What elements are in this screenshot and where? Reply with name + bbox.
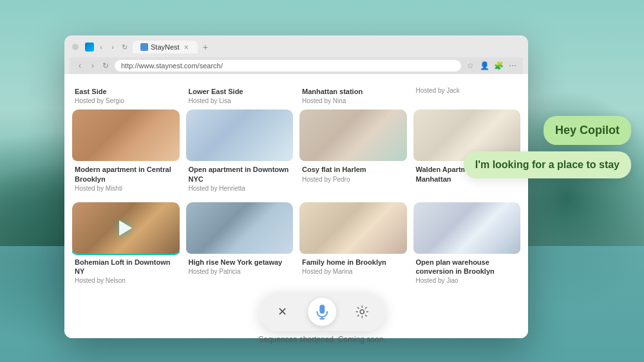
property-card-5[interactable]: Bohemian Loft in Downtown NY Hosted by N… [72, 202, 180, 289]
property-name-3: Cosy flat in Harlem [299, 165, 407, 174]
tab-title: StayNest [151, 43, 180, 51]
browser-titlebar: ‹ › ↻ StayNest ✕ + [70, 39, 523, 55]
property-name-6: High rise New York getaway [186, 258, 294, 267]
copilot-response-bubble: I'm looking for a place to stay [464, 151, 631, 178]
property-card-3[interactable]: Cosy flat in Harlem Hosted by Pedro [299, 110, 407, 196]
extensions-icon[interactable]: 🧩 [493, 61, 504, 71]
top-property-3: Manhattan station Hosted by Nina [299, 81, 407, 107]
toolbar-status-text: Sequences shortened. Coming soon. [258, 335, 385, 344]
property-host-7: Hosted by Marina [299, 268, 407, 279]
settings-button[interactable] [352, 301, 372, 322]
top-property-2: Lower East Side Hosted by Lisa [186, 81, 294, 107]
url-bar[interactable]: http://www.staynest.com/search/ [115, 60, 461, 71]
property-host-1: Hosted by Mishti [72, 185, 180, 196]
addressbar-refresh-btn[interactable]: ↻ [100, 61, 111, 71]
bottom-property-row: Bohemian Loft in Downtown NY Hosted by N… [72, 202, 520, 289]
tab-close-icon[interactable]: ✕ [182, 43, 190, 51]
property-host: Hosted by Lisa [189, 97, 291, 104]
property-name-5: Bohemian Loft in Downtown NY [72, 258, 180, 276]
property-name-2: Open apartment in Downtown NYC [186, 165, 294, 184]
property-image-2 [186, 110, 294, 161]
property-host-2: Hosted by Henrietta [186, 185, 294, 196]
nav-refresh-icon[interactable]: ↻ [120, 43, 129, 52]
property-name-1: Modern apartment in Central Brooklyn [72, 165, 180, 184]
svg-point-3 [360, 310, 364, 314]
property-card-6[interactable]: High rise New York getaway Hosted by Pat… [186, 202, 294, 289]
browser-nav-icons: ‹ › ↻ [85, 43, 129, 52]
nav-forward-icon[interactable]: › [108, 43, 117, 52]
property-name: Manhattan station [302, 87, 404, 96]
property-image-7 [299, 202, 407, 254]
property-image-5 [72, 202, 180, 254]
property-host-4 [413, 185, 521, 189]
property-host: Hosted by Sergio [75, 97, 177, 104]
property-host-3: Hosted by Pedro [299, 176, 407, 187]
property-name-8: Open plan warehouse conversion in Brookl… [413, 258, 521, 276]
property-host-6: Hosted by Patricia [186, 268, 294, 279]
property-host-5: Hosted by Nelson [72, 277, 180, 288]
profile-icon[interactable]: 👤 [479, 61, 489, 71]
property-card-7[interactable]: Family home in Brooklyn Hosted by Marina [299, 202, 407, 289]
addressbar-actions: ☆ 👤 🧩 ⋯ [465, 61, 518, 71]
bottom-toolbar: ✕ Sequences shortened. Coming soon. [258, 292, 385, 344]
toolbar-controls: ✕ [259, 292, 385, 331]
browser-tabs: StayNest ✕ + [133, 41, 213, 53]
top-row: East Side Hosted by Sergio Lower East Si… [72, 81, 520, 107]
gear-icon [355, 305, 368, 318]
addressbar-back-btn[interactable]: ‹ [75, 61, 85, 71]
nav-back-icon[interactable]: ‹ [97, 43, 106, 52]
property-host: Hosted by Jack [416, 87, 518, 94]
top-property-4: Hosted by Jack [413, 81, 521, 107]
property-host: Hosted by Nina [302, 97, 404, 104]
property-name: Lower East Side [189, 87, 291, 96]
property-card-1[interactable]: Modern apartment in Central Brooklyn Hos… [72, 110, 180, 196]
bookmark-icon[interactable]: ☆ [465, 61, 475, 71]
property-card-2[interactable]: Open apartment in Downtown NYC Hosted by… [186, 110, 294, 196]
middle-property-row: Modern apartment in Central Brooklyn Hos… [72, 110, 520, 196]
property-image-3 [299, 110, 407, 161]
browser-window-controls [72, 44, 79, 50]
edge-logo-icon [85, 43, 94, 52]
top-property-1: East Side Hosted by Sergio [72, 81, 180, 107]
play-icon [119, 220, 132, 236]
property-image-6 [186, 202, 294, 254]
addressbar-forward-btn[interactable]: › [88, 61, 98, 71]
tab-favicon [140, 43, 148, 51]
microphone-icon [316, 304, 328, 319]
close-button[interactable]: ✕ [272, 301, 292, 322]
menu-icon[interactable]: ⋯ [507, 61, 518, 71]
browser-addressbar: ‹ › ↻ http://www.staynest.com/search/ ☆ … [70, 57, 523, 74]
browser-tab-active[interactable]: StayNest ✕ [133, 41, 198, 53]
microphone-button[interactable] [308, 298, 336, 326]
property-name: East Side [75, 87, 177, 96]
property-host-8: Hosted by Jiao [413, 277, 521, 288]
window-close-dot [72, 44, 79, 50]
addressbar-nav: ‹ › ↻ [75, 61, 111, 71]
copilot-user-bubble: Hey Copilot [544, 116, 631, 145]
url-text: http://www.staynest.com/search/ [121, 62, 223, 70]
new-tab-button[interactable]: + [198, 41, 213, 53]
svg-rect-0 [319, 305, 325, 314]
property-name-7: Family home in Brooklyn [299, 258, 407, 267]
browser-chrome: ‹ › ↻ StayNest ✕ + ‹ › ↻ http:/ [64, 35, 528, 74]
property-image-8 [413, 202, 521, 254]
property-image-1 [72, 110, 180, 161]
property-card-8[interactable]: Open plan warehouse conversion in Brookl… [413, 202, 521, 289]
copilot-bubbles: Hey Copilot I'm looking for a place to s… [464, 116, 631, 178]
